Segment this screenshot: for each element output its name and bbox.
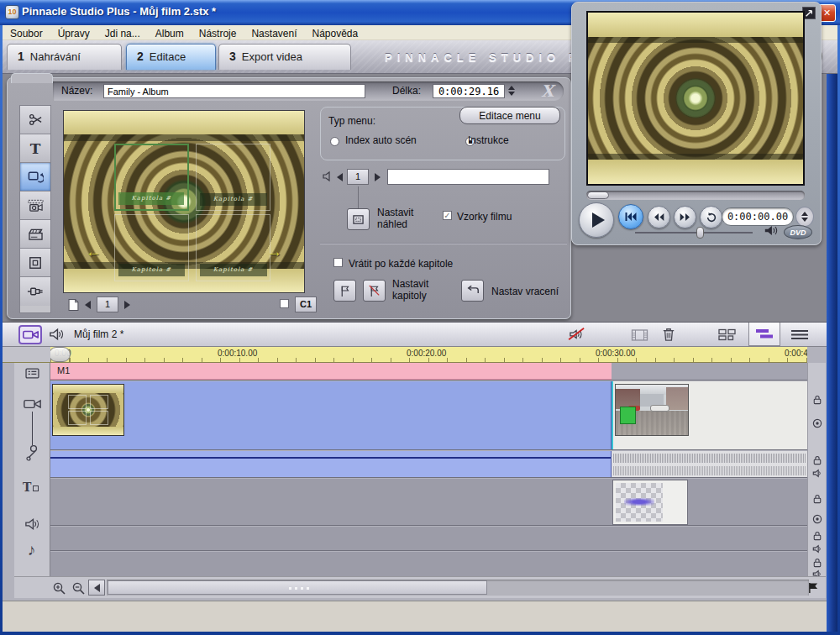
tab-editace[interactable]: 2Editace (126, 44, 216, 70)
fx-track-icon[interactable] (24, 517, 40, 531)
lock-icon[interactable] (813, 494, 822, 504)
video-track-icon[interactable] (24, 398, 41, 410)
step-up-icon[interactable] (508, 86, 515, 90)
toolbox-close-button[interactable]: X (541, 81, 554, 100)
go-start-button[interactable] (618, 204, 643, 229)
menu-track[interactable]: M1 (50, 363, 807, 380)
chapter-button-2[interactable]: Kapitola # (196, 144, 270, 211)
motion-thumbs-checkbox[interactable]: ✓ (443, 211, 452, 220)
menu-preview[interactable]: Kapitola # Kapitola # Kapitola # Kapitol… (63, 110, 305, 293)
chapter-text-input[interactable] (387, 169, 549, 185)
counter-stepper[interactable] (795, 207, 814, 227)
next-chapter-button[interactable] (375, 173, 381, 181)
menu-nastaveni[interactable]: Nastavení (244, 26, 304, 39)
title-track-icon[interactable]: T (23, 480, 39, 494)
step-down-icon[interactable] (801, 218, 808, 222)
menu-audio-clip-selected[interactable] (50, 451, 612, 477)
storyboard-view-button[interactable] (718, 328, 737, 341)
scrollbar-track[interactable] (107, 580, 809, 596)
step-down-icon[interactable] (508, 92, 515, 96)
clip-properties-tool[interactable] (20, 106, 50, 134)
lock-icon[interactable] (813, 531, 822, 541)
split-clip-button[interactable] (631, 329, 648, 341)
tab-export-videa[interactable]: 3Export videa (218, 44, 351, 70)
chapter-button-3[interactable]: Kapitola # (114, 214, 189, 281)
audio-toolbox-button[interactable] (49, 328, 65, 341)
music-track[interactable] (50, 552, 807, 577)
list-view-button[interactable] (790, 329, 809, 340)
chapter-button-1[interactable]: Kapitola # (114, 144, 189, 211)
menu-album[interactable]: Album (148, 26, 192, 39)
length-stepper[interactable] (506, 83, 517, 97)
remove-chapter-button[interactable] (363, 280, 386, 302)
forward-button[interactable] (674, 206, 696, 228)
edit-menu-button[interactable]: Editace menu (459, 107, 560, 124)
title-track[interactable] (50, 479, 807, 526)
menu-jdi-na[interactable]: Jdi na... (97, 26, 148, 39)
scrollbar-thumb[interactable] (108, 580, 487, 595)
eye-icon[interactable] (812, 418, 822, 428)
pip-tool[interactable] (20, 249, 50, 277)
timeline-ruler[interactable]: 0:00 0:00:10.00 0:00:20.00 0:00:30.00 0:… (50, 347, 807, 363)
volume-icon[interactable] (764, 224, 779, 237)
zoom-out-icon[interactable] (71, 581, 85, 595)
set-chapter-button[interactable] (333, 280, 356, 302)
menu-video-clip-selected[interactable] (50, 381, 612, 449)
lock-icon[interactable] (813, 395, 822, 405)
title-tool[interactable]: T (20, 134, 50, 163)
next-page-button[interactable] (124, 301, 130, 309)
volume-slider[interactable] (635, 232, 753, 234)
mute-icon[interactable] (812, 544, 823, 554)
player-scrubber[interactable] (586, 191, 805, 200)
marker-flag-icon[interactable] (808, 582, 819, 594)
dvd-badge[interactable]: DVD (784, 225, 812, 239)
radio-auto-scene-index[interactable] (330, 137, 339, 146)
audio-track[interactable] (50, 451, 807, 478)
chapter-button-4[interactable]: Kapitola # (196, 214, 270, 281)
c1-button[interactable]: C1 (295, 297, 317, 312)
loop-button[interactable] (700, 206, 722, 228)
timeline-view-button[interactable] (748, 323, 780, 346)
delete-clip-button[interactable] (662, 327, 675, 342)
menu-clip-m1[interactable]: M1 (50, 363, 612, 380)
scroll-left-button[interactable] (88, 580, 105, 596)
set-thumbnail-button[interactable] (347, 208, 370, 230)
menu-nastroje[interactable]: Nástroje (192, 26, 244, 39)
volume-handle[interactable] (696, 227, 704, 239)
scrubber-handle[interactable] (587, 192, 609, 199)
return-after-chapter-checkbox[interactable] (333, 258, 343, 267)
menu-track-icon[interactable] (25, 368, 39, 379)
prev-chapter-button[interactable] (337, 173, 343, 181)
prev-page-arrow-icon[interactable]: ← (86, 243, 102, 261)
disc-menu-tool[interactable] (20, 163, 50, 192)
video-track[interactable] (50, 381, 807, 450)
sound-effect-track[interactable] (50, 527, 807, 551)
street-audio-clip[interactable] (612, 451, 807, 478)
title-clip[interactable] (612, 480, 688, 525)
menu-soubor[interactable]: Soubor (3, 26, 50, 39)
lock-icon[interactable] (813, 558, 822, 568)
menu-napoveda[interactable]: Nápověda (304, 26, 365, 39)
set-return-button[interactable] (461, 280, 484, 302)
audio-scrub-toggle[interactable] (567, 327, 587, 342)
lock-icon[interactable] (813, 455, 822, 465)
playhead-handle[interactable] (50, 347, 71, 362)
prev-page-button[interactable] (85, 301, 91, 309)
step-up-icon[interactable] (801, 212, 808, 216)
video-toolbox-button[interactable] (18, 325, 42, 344)
next-page-arrow-icon[interactable]: → (266, 243, 282, 261)
smartmovie-tool[interactable] (20, 220, 50, 249)
mute-icon[interactable] (812, 469, 823, 478)
plugin-tool[interactable] (20, 277, 50, 306)
video-clip-street[interactable] (612, 381, 807, 450)
menu-upravy[interactable]: Úpravy (50, 26, 97, 39)
mic-icon[interactable] (25, 443, 39, 462)
eye-icon[interactable] (812, 514, 822, 524)
menu-checkbox[interactable] (280, 299, 289, 308)
tab-nahravani[interactable]: 1Nahrávání (7, 44, 122, 70)
zoom-in-icon[interactable] (52, 581, 66, 595)
play-button[interactable] (579, 202, 614, 238)
rewind-button[interactable] (648, 206, 670, 228)
frame-grab-tool[interactable] (20, 192, 50, 220)
music-track-icon[interactable]: ♪ (28, 541, 36, 559)
